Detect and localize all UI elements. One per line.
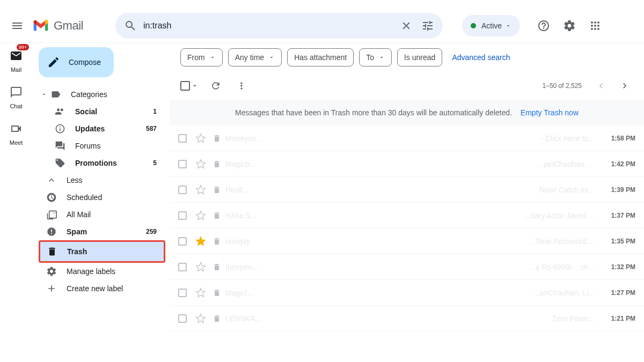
notice-text: Messages that have been in Trash more th… [235, 108, 512, 117]
nav-less[interactable]: Less [32, 172, 163, 189]
email-row[interactable]: Healt... Now! Catch ex... 1:39 PM [170, 177, 644, 203]
nav-spam[interactable]: Spam 259 [32, 223, 163, 240]
star-icon [195, 210, 206, 221]
star-button[interactable] [195, 262, 206, 272]
support-button[interactable] [533, 15, 554, 36]
nav-create-label[interactable]: Create new label [32, 280, 163, 297]
gmail-logo[interactable]: Gmail [32, 17, 83, 34]
email-row[interactable]: noreply ...Time Password ... 1:35 PM [170, 228, 644, 254]
mail-badge: 99+ [17, 44, 29, 50]
nav-forums[interactable]: Forums [32, 137, 163, 154]
filter-to[interactable]: To [359, 48, 392, 67]
pagination-text: 1–50 of 2,525 [543, 82, 582, 90]
star-button[interactable] [195, 236, 206, 247]
trash-indicator-icon [213, 263, 221, 271]
star-icon [195, 313, 206, 324]
row-time: 1:21 PM [603, 315, 635, 322]
star-button[interactable] [195, 287, 206, 298]
select-all-checkbox[interactable] [178, 79, 201, 93]
star-button[interactable] [195, 184, 206, 195]
empty-trash-link[interactable]: Empty Trash now [521, 108, 579, 117]
row-sender: noreply [225, 237, 322, 246]
rail-mail[interactable]: 99+ Mail [8, 47, 25, 73]
row-checkbox[interactable] [178, 186, 189, 194]
row-checkbox[interactable] [178, 134, 189, 143]
advanced-search-link[interactable]: Advanced search [452, 53, 510, 62]
status-selector[interactable]: Active [462, 15, 520, 36]
row-checkbox[interactable] [178, 314, 189, 323]
rail-chat[interactable]: Chat [8, 84, 25, 109]
status-dot-icon [471, 23, 476, 28]
star-icon [195, 159, 206, 169]
row-checkbox[interactable] [178, 263, 189, 271]
trash-notice-banner: Messages that have been in Trash more th… [170, 100, 644, 125]
nav-categories[interactable]: Categories [32, 86, 170, 103]
nav-promotions[interactable]: Promotions 5 [32, 154, 163, 172]
row-checkbox[interactable] [178, 289, 189, 297]
row-time: 1:39 PM [603, 186, 635, 194]
pencil-icon [47, 56, 60, 69]
chevron-down-icon [378, 54, 385, 61]
star-button[interactable] [195, 210, 206, 221]
email-row[interactable]: Magicb... ...janChauhan, ... 1:42 PM [170, 151, 644, 177]
email-row[interactable]: Moneyco... - Click Here to... 1:58 PM [170, 125, 644, 151]
nav-scheduled[interactable]: Scheduled [32, 189, 163, 206]
forum-icon [55, 141, 65, 151]
star-button[interactable] [195, 159, 206, 169]
star-button[interactable] [195, 133, 206, 144]
schedule-icon [46, 192, 57, 203]
compose-button[interactable]: Compose [39, 47, 114, 77]
filter-attachment[interactable]: Has attachment [287, 48, 354, 67]
plus-icon [46, 283, 57, 294]
email-list: Moneyco... - Click Here to... 1:58 PM Ma… [170, 125, 644, 362]
status-text: Active [481, 21, 502, 30]
search-input[interactable] [141, 21, 396, 31]
chevron-down-icon [209, 54, 216, 61]
trash-indicator-icon [213, 134, 221, 143]
filter-unread[interactable]: Is unread [397, 48, 442, 67]
star-button[interactable] [195, 313, 206, 324]
row-checkbox[interactable] [178, 211, 189, 220]
nav-social[interactable]: Social 1 [32, 103, 163, 120]
trash-indicator-icon [213, 289, 221, 297]
gmail-text: Gmail [54, 19, 83, 33]
settings-button[interactable] [559, 15, 580, 36]
more-button[interactable] [231, 75, 252, 97]
gmail-icon [32, 17, 49, 34]
row-subject: ...y Rs 6999/- , ch... [322, 263, 603, 271]
star-icon [195, 236, 206, 247]
trash-indicator-icon [213, 186, 221, 194]
chevron-left-icon [596, 80, 606, 91]
nav-trash[interactable]: Trash [39, 240, 165, 263]
row-sender: Healt... [225, 186, 322, 194]
row-sender: Ishita S... [225, 211, 322, 220]
apps-button[interactable] [584, 15, 606, 36]
search-button[interactable] [120, 15, 141, 36]
clear-search-button[interactable] [396, 15, 417, 36]
row-checkbox[interactable] [178, 160, 189, 168]
newer-button[interactable] [590, 75, 612, 97]
nav-allmail[interactable]: All Mail [32, 206, 163, 223]
search-icon [124, 19, 137, 32]
rail-meet[interactable]: Meet [8, 120, 25, 146]
more-vert-icon [236, 80, 247, 91]
email-row[interactable]: Magicl... ...anChauhan, Li... 1:27 PM [170, 280, 644, 306]
gear-icon [46, 266, 57, 277]
stacked-mail-icon [46, 209, 57, 220]
older-button[interactable] [614, 75, 635, 97]
filter-from[interactable]: From [180, 48, 223, 67]
filter-anytime[interactable]: Any time [228, 48, 282, 67]
tune-icon [421, 19, 434, 32]
star-icon [195, 287, 206, 298]
row-checkbox[interactable] [178, 237, 189, 246]
email-row[interactable]: Inexpen... ...y Rs 6999/- , ch... 1:32 P… [170, 254, 644, 280]
email-row[interactable]: Ishita S... ...dary Actor Javed ... 1:37… [170, 203, 644, 228]
main-menu-button[interactable] [4, 13, 30, 39]
refresh-button[interactable] [205, 75, 226, 97]
trash-indicator-icon [213, 211, 221, 220]
search-options-button[interactable] [417, 15, 438, 36]
nav-updates[interactable]: Updates 587 [32, 120, 163, 137]
nav-manage-labels[interactable]: Manage labels [32, 263, 163, 280]
star-icon [195, 262, 206, 272]
email-row[interactable]: LENSKA... Zero Powe... 1:21 PM [170, 306, 644, 331]
